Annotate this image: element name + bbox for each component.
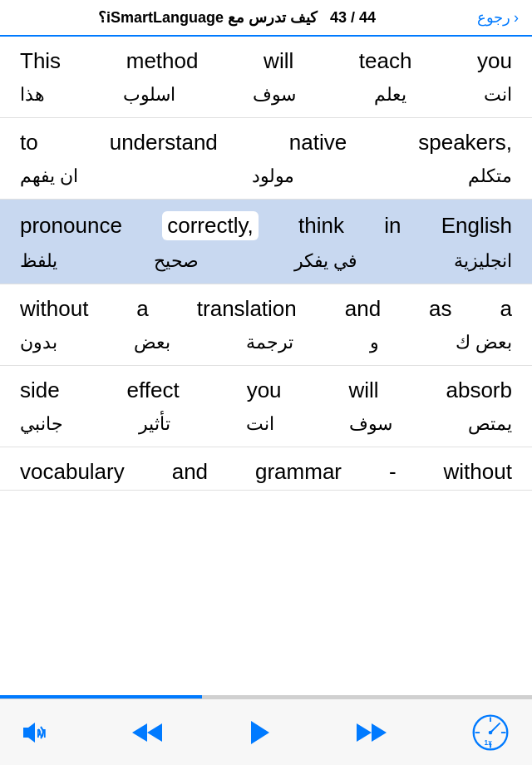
word: native: [289, 130, 347, 155]
header: ‹ رجوع 44 / 43 كيف تدرس مع iSmartLanguag…: [0, 0, 532, 37]
arabic-word: ترجمة: [246, 332, 293, 353]
arabic-word: متكلم: [468, 165, 512, 187]
arabic-word: مولود: [252, 165, 294, 187]
volume-button[interactable]: M: [20, 718, 50, 748]
word: translation: [197, 296, 297, 322]
player-bar: M: [0, 698, 532, 765]
speed-button[interactable]: 1x: [469, 711, 512, 754]
line-pair-6: vocabulary and grammar - without: [0, 447, 532, 491]
lesson-title: كيف تدرس مع iSmartLanguage؟: [98, 9, 318, 26]
page-title: 44 / 43 كيف تدرس مع iSmartLanguage؟: [13, 8, 461, 27]
word: This: [20, 48, 61, 74]
english-line-2: to understand native speakers,: [0, 118, 532, 160]
back-label: رجوع: [477, 8, 510, 27]
content-area: This method will teach you انت يعلم سوف …: [0, 37, 532, 564]
word: you: [477, 48, 512, 74]
line-pair-5: side effect you will absorb يمتص سوف انت…: [0, 366, 532, 447]
svg-point-13: [489, 730, 493, 734]
fast-forward-button[interactable]: [355, 720, 388, 745]
word: and: [345, 296, 381, 322]
svg-marker-3: [147, 723, 162, 742]
word: absorb: [446, 378, 512, 403]
line-pair-1: This method will teach you انت يعلم سوف …: [0, 37, 532, 118]
play-icon: [244, 718, 274, 748]
arabic-word: تأثير: [139, 413, 170, 435]
rewind-button[interactable]: [131, 720, 164, 745]
word: to: [20, 130, 38, 155]
svg-marker-2: [132, 723, 147, 742]
svg-marker-6: [372, 723, 387, 742]
speaker-icon: M: [20, 718, 50, 748]
arabic-word: في يفكر: [294, 250, 357, 272]
fast-forward-icon: [355, 720, 388, 745]
word: vocabulary: [20, 459, 125, 485]
arabic-word: يعلم: [374, 84, 406, 106]
svg-marker-0: [23, 723, 35, 743]
word: pronounce: [20, 213, 122, 239]
arabic-word: سوف: [349, 413, 392, 435]
svg-marker-5: [357, 723, 372, 742]
word: grammar: [255, 459, 342, 485]
word: without: [444, 459, 512, 485]
english-line-5: side effect you will absorb: [0, 366, 532, 408]
chevron-left-icon: ‹: [514, 9, 519, 27]
arabic-line-3: انجليزية في يفكر صحيح يلفظ: [0, 245, 532, 284]
speed-dial-icon: 1x: [470, 713, 510, 753]
play-button[interactable]: [244, 718, 274, 748]
english-line-6: vocabulary and grammar - without: [0, 447, 532, 490]
arabic-word: اسلوب: [123, 84, 175, 106]
arabic-word: سوف: [253, 84, 296, 106]
rewind-icon: [131, 720, 164, 745]
arabic-line-2: متكلم مولود ان يفهم: [0, 160, 532, 199]
arabic-word: بعض: [134, 332, 170, 353]
word: think: [298, 213, 344, 239]
word: teach: [359, 48, 412, 74]
word: method: [126, 48, 199, 74]
arabic-line-1: انت يعلم سوف اسلوب هذا: [0, 79, 532, 117]
back-button[interactable]: ‹ رجوع: [461, 8, 519, 27]
line-pair-2: to understand native speakers, متكلم مول…: [0, 118, 532, 200]
word: -: [389, 459, 397, 485]
progress-counter: 44 / 43: [330, 9, 376, 26]
english-line-4: without a translation and as a: [0, 284, 532, 327]
word: you: [247, 378, 282, 403]
arabic-word: انت: [246, 413, 274, 435]
arabic-word: يمتص: [468, 413, 512, 435]
word: a: [500, 296, 512, 322]
english-line-1: This method will teach you: [0, 37, 532, 79]
arabic-word: جانبي: [20, 413, 63, 435]
word: a: [136, 296, 148, 322]
word: in: [384, 213, 401, 239]
arabic-word: يلفظ: [20, 250, 57, 272]
arabic-word: ان يفهم: [20, 165, 78, 187]
svg-marker-4: [251, 721, 269, 744]
word: effect: [127, 378, 180, 403]
arabic-word: و: [370, 332, 379, 353]
arabic-line-4: بعض ك و ترجمة بعض بدون: [0, 327, 532, 365]
word: will: [264, 48, 293, 74]
word: speakers,: [418, 130, 512, 155]
arabic-word: انت: [484, 84, 512, 106]
word: side: [20, 378, 60, 403]
arabic-line-5: يمتص سوف انت تأثير جانبي: [0, 408, 532, 447]
word: understand: [110, 130, 218, 155]
svg-text:1x: 1x: [485, 738, 493, 746]
arabic-word: هذا: [20, 84, 45, 106]
arabic-word: بدون: [20, 332, 57, 353]
word: without: [20, 296, 88, 322]
word: will: [348, 378, 378, 403]
line-pair-4: without a translation and as a بعض ك و ت…: [0, 284, 532, 366]
word: and: [172, 459, 208, 485]
arabic-word: انجليزية: [454, 250, 512, 272]
arabic-word: صحيح: [154, 250, 199, 272]
line-pair-3: pronounce correctly, think in English ان…: [0, 200, 532, 284]
arabic-word: بعض ك: [456, 332, 512, 353]
word-highlighted: correctly,: [162, 211, 259, 240]
word: English: [441, 213, 512, 239]
word: as: [429, 296, 451, 322]
english-line-3: pronounce correctly, think in English: [0, 200, 532, 245]
svg-line-12: [490, 723, 500, 732]
